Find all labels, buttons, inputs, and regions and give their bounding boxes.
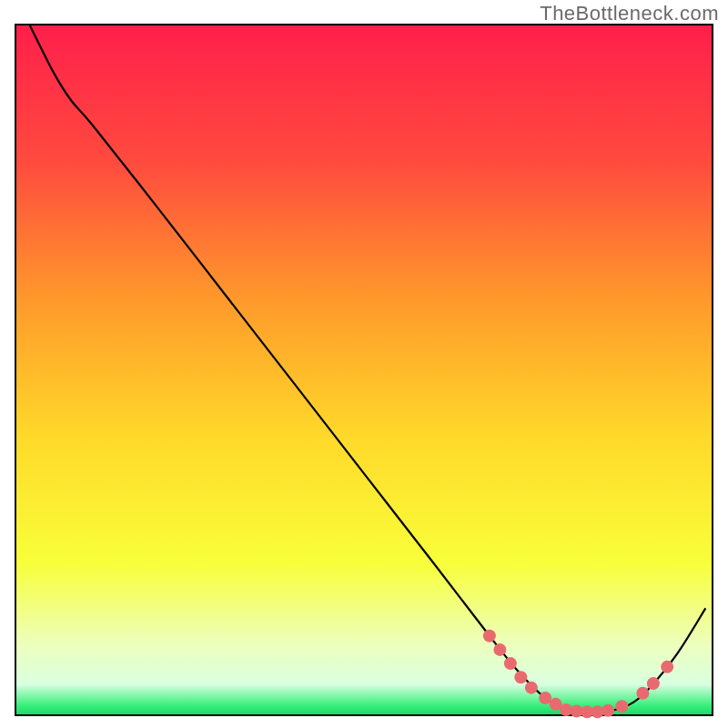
marker-point xyxy=(514,671,527,683)
marker-point xyxy=(661,661,673,673)
marker-point xyxy=(647,677,660,690)
marker-point xyxy=(615,700,628,713)
chart-stage: TheBottleneck.com xyxy=(0,0,728,728)
chart-svg xyxy=(0,0,728,728)
marker-point xyxy=(636,687,649,700)
marker-point xyxy=(483,630,496,642)
marker-point xyxy=(525,682,538,694)
marker-point xyxy=(493,643,506,656)
marker-point xyxy=(602,704,614,717)
marker-point xyxy=(504,657,517,670)
watermark-text: TheBottleneck.com xyxy=(540,2,719,25)
plot-background xyxy=(15,25,713,715)
